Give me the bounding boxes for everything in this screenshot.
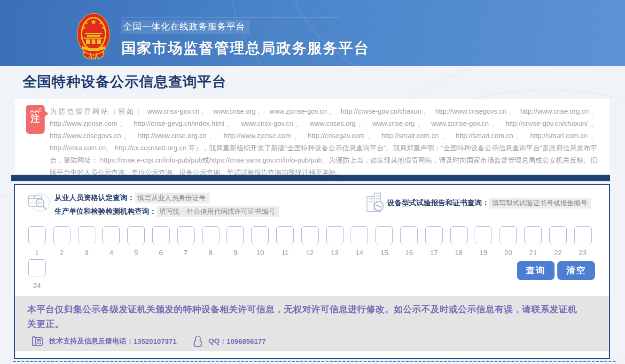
- svg-text:★: ★: [99, 21, 102, 25]
- unit-query-row: 生产单位和检验检测机构查询：填写统一社会信用代码或许可证书编号: [55, 207, 279, 217]
- fax-phone-icon: [32, 336, 43, 347]
- code-box-24[interactable]: [28, 259, 46, 277]
- code-box-number: 1: [35, 248, 39, 256]
- code-box-number: 19: [480, 248, 488, 256]
- code-cell: 23: [574, 226, 592, 256]
- code-box-12[interactable]: [301, 226, 319, 244]
- code-box-22[interactable]: [549, 226, 567, 244]
- phone-label: 技术支持及信息反馈电话：: [49, 337, 133, 346]
- code-box-13[interactable]: [326, 226, 344, 244]
- unit-query-label: 生产单位和检验检测机构查询：: [55, 207, 156, 215]
- code-cell: 16: [400, 226, 418, 256]
- code-box-14[interactable]: [351, 226, 368, 244]
- code-box-10[interactable]: [251, 226, 269, 244]
- code-box-3[interactable]: [78, 226, 95, 244]
- code-box-11[interactable]: [276, 226, 294, 244]
- code-box-number: 9: [234, 248, 237, 256]
- svg-text:★: ★: [90, 18, 96, 26]
- device-query-row: 设备型式试验报告和证书查询：填写型式试验证书号或报告编号: [387, 198, 591, 208]
- package-search-icon: [27, 192, 51, 215]
- code-box-number: 8: [209, 248, 212, 256]
- qq-number: 1096856177: [227, 337, 266, 345]
- code-box-9[interactable]: [227, 226, 244, 244]
- code-box-5[interactable]: [127, 226, 145, 244]
- code-box-4[interactable]: [102, 226, 120, 244]
- code-cell: 17: [425, 226, 443, 256]
- code-box-2[interactable]: [53, 226, 70, 244]
- code-box-17[interactable]: [425, 226, 443, 244]
- code-box-number: 15: [380, 248, 388, 256]
- clear-button[interactable]: 清空: [557, 261, 595, 280]
- code-box-23[interactable]: [574, 226, 592, 244]
- code-cell: 20: [500, 226, 517, 256]
- code-cell: 2: [53, 226, 70, 256]
- code-cell: 19: [475, 226, 492, 256]
- code-box-7[interactable]: [177, 226, 195, 244]
- code-box-number: 23: [579, 248, 587, 256]
- code-box-15[interactable]: [375, 226, 393, 244]
- code-cell: 4: [102, 226, 120, 256]
- code-box-18[interactable]: [450, 226, 468, 244]
- dashed-separator: [27, 221, 597, 221]
- code-cell: 14: [351, 226, 368, 256]
- code-cell: 1: [28, 226, 46, 256]
- code-box-number: 16: [405, 248, 413, 256]
- code-cell: 5: [127, 226, 145, 256]
- notice-badge-label: 注: [26, 113, 45, 124]
- contact-row: 技术支持及信息反馈电话： 13520107371 QQ： 1096856177: [32, 335, 266, 347]
- header-text-block: 全国一体化在线政务服务平台 国家市场监督管理总局政务服务平台: [121, 17, 369, 58]
- header-subtitle-row: 全国一体化在线政务服务平台: [121, 17, 340, 34]
- header-title: 国家市场监督管理总局政务服务平台: [121, 39, 369, 58]
- code-cell: 24: [28, 259, 46, 289]
- code-box-20[interactable]: [500, 226, 517, 244]
- device-query-label: 设备型式试验报告和证书查询：: [387, 199, 489, 207]
- code-box-8[interactable]: [202, 226, 219, 244]
- code-box-21[interactable]: [524, 226, 542, 244]
- code-box-number: 13: [331, 248, 339, 256]
- page: ★ ★ ★ ★ ★ 全国一体化在线政务服务平台 国家市场监督管理总: [0, 0, 625, 364]
- code-box-number: 11: [281, 248, 289, 256]
- code-box-number: 2: [60, 248, 63, 256]
- code-cell: 15: [375, 226, 393, 256]
- unit-query-hint: 填写统一社会信用代码或许可证书编号: [156, 206, 279, 217]
- code-box-number: 21: [529, 248, 537, 256]
- code-box-number: 12: [306, 248, 314, 256]
- phone-contact: 技术支持及信息反馈电话： 13520107371: [32, 336, 177, 347]
- svg-text:★: ★: [85, 21, 88, 25]
- person-query-label: 从业人员资格认定查询：: [55, 194, 135, 201]
- code-input-grid: 123456789101112131415161718192021222324: [28, 226, 600, 289]
- code-box-number: 10: [256, 248, 264, 256]
- disclaimer-section: 本平台仅归集公示各级发证机关颁发的特种设备相关许可信息，无权对许可信息进行修改。…: [15, 296, 609, 351]
- page-title: 全国特种设备公示信息查询平台: [23, 72, 227, 92]
- code-cell: 18: [450, 226, 468, 256]
- code-cell: 12: [301, 226, 319, 256]
- qq-label: QQ：: [209, 337, 227, 346]
- code-box-number: 20: [504, 248, 512, 256]
- code-cell: 6: [152, 226, 170, 256]
- action-buttons: 查询 清空: [517, 261, 595, 280]
- china-national-emblem-logo: ★ ★ ★ ★ ★: [77, 12, 110, 61]
- divider-bar: [11, 175, 610, 181]
- code-cell: 13: [326, 226, 344, 256]
- code-box-6[interactable]: [152, 226, 170, 244]
- qq-penguin-icon: [193, 335, 203, 347]
- code-box-16[interactable]: [400, 226, 418, 244]
- code-cell: 21: [524, 226, 542, 256]
- code-cell: 3: [78, 226, 95, 256]
- code-box-number: 4: [109, 248, 113, 256]
- alert-face-icon: [29, 107, 41, 113]
- qq-contact: QQ： 1096856177: [193, 335, 266, 347]
- notice-text: 为防范假冒网站（例如： www.cnsx-gov.cn、 www.cnse.or…: [50, 105, 597, 178]
- code-box-1[interactable]: [28, 226, 46, 244]
- query-panel: 从业人员资格认定查询：填写从业人员身份证号 生产单位和检验检测机构查询：填写统一…: [14, 184, 610, 359]
- notice-badge: 注: [26, 105, 45, 134]
- code-box-19[interactable]: [475, 226, 492, 244]
- code-box-number: 17: [430, 248, 438, 256]
- code-box-number: 14: [356, 248, 364, 256]
- svg-text:★: ★: [82, 26, 86, 30]
- header-banner: ★ ★ ★ ★ ★ 全国一体化在线政务服务平台 国家市场监督管理总: [0, 0, 625, 66]
- code-cell: 10: [251, 226, 269, 256]
- search-button[interactable]: 查询: [517, 261, 555, 280]
- code-box-number: 22: [554, 248, 562, 256]
- code-box-number: 18: [455, 248, 463, 256]
